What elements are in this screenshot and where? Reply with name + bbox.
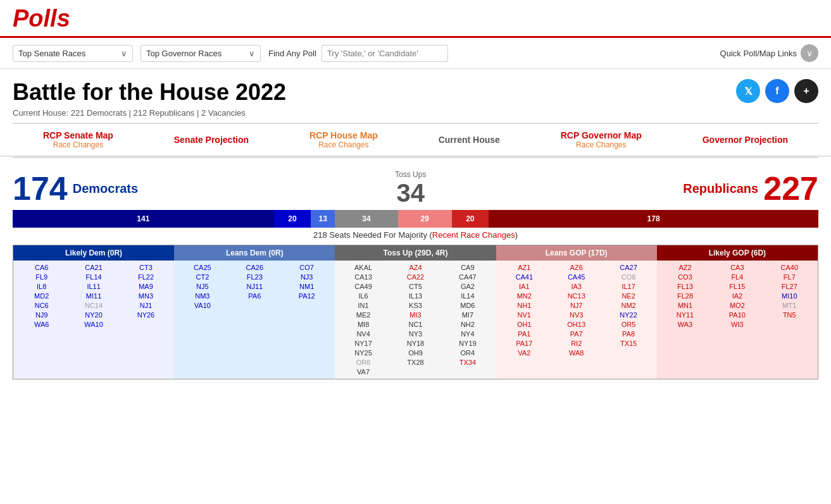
race-CT2[interactable]: CT2: [177, 273, 228, 281]
tab-current-house[interactable]: Current House: [439, 135, 500, 145]
race-IL14[interactable]: IL14: [442, 292, 493, 300]
race-NJ9[interactable]: NJ9: [16, 310, 67, 319]
race-NJ11[interactable]: NJ11: [229, 282, 280, 291]
race-MI10[interactable]: MI10: [764, 292, 815, 300]
race-OR5[interactable]: OR5: [603, 320, 654, 329]
race-OH9[interactable]: OH9: [390, 348, 441, 357]
race-FL22[interactable]: FL22: [120, 273, 172, 281]
race-PA10[interactable]: PA10: [711, 310, 763, 319]
race-MT1[interactable]: MT1: [764, 301, 815, 310]
race-VA2[interactable]: VA2: [499, 348, 550, 357]
race-IA2[interactable]: IA2: [711, 292, 763, 300]
race-FL4[interactable]: FL4: [711, 273, 763, 281]
race-MA9[interactable]: MA9: [120, 282, 172, 291]
race-CA21[interactable]: CA21: [68, 263, 119, 272]
race-NH2[interactable]: NH2: [442, 320, 493, 329]
recent-race-changes-link[interactable]: Recent Race Changes: [432, 230, 515, 240]
race-OR4[interactable]: OR4: [442, 348, 493, 357]
race-NC14[interactable]: NC14: [68, 301, 119, 310]
race-CA47[interactable]: CA47: [442, 273, 493, 281]
race-NJ7[interactable]: NJ7: [551, 301, 602, 310]
race-IA3[interactable]: IA3: [551, 282, 602, 291]
race-NJ1[interactable]: NJ1: [120, 301, 172, 310]
race-CT5[interactable]: CT5: [390, 282, 441, 291]
race-TX15[interactable]: TX15: [603, 339, 654, 348]
race-OH1[interactable]: OH1: [499, 320, 550, 329]
tab-rcp-governor-map[interactable]: RCP Governor Map Race Changes: [561, 130, 642, 149]
race-NY17[interactable]: NY17: [337, 339, 389, 348]
race-FL28[interactable]: FL28: [659, 292, 711, 300]
race-MD2[interactable]: MD2: [16, 292, 67, 300]
race-TN5[interactable]: TN5: [764, 310, 815, 319]
race-VA10[interactable]: VA10: [177, 301, 228, 310]
tab-rcp-house-map[interactable]: RCP House Map Race Changes: [309, 130, 378, 149]
race-CA49[interactable]: CA49: [337, 282, 389, 291]
race-NM2[interactable]: NM2: [603, 301, 654, 310]
race-NY25[interactable]: NY25: [337, 348, 389, 357]
race-CO7[interactable]: CO7: [281, 263, 332, 272]
race-NY11[interactable]: NY11: [659, 310, 711, 319]
race-WA8[interactable]: WA8: [551, 348, 602, 357]
race-CA40[interactable]: CA40: [764, 263, 815, 272]
race-VA7[interactable]: VA7: [337, 367, 389, 376]
race-IL17[interactable]: IL17: [603, 282, 654, 291]
race-TX28[interactable]: TX28: [390, 358, 441, 367]
race-IL8[interactable]: IL8: [16, 282, 67, 291]
race-IL13[interactable]: IL13: [390, 292, 441, 300]
race-FL14[interactable]: FL14: [68, 273, 119, 281]
race-FL15[interactable]: FL15: [711, 282, 763, 291]
race-CA26[interactable]: CA26: [229, 263, 280, 272]
race-PA1[interactable]: PA1: [499, 329, 550, 338]
race-CA41[interactable]: CA41: [499, 273, 550, 281]
race-AZ4[interactable]: AZ4: [390, 263, 441, 272]
race-AZ2[interactable]: AZ2: [659, 263, 711, 272]
race-FL27[interactable]: FL27: [764, 282, 815, 291]
race-FL7[interactable]: FL7: [764, 273, 815, 281]
race-MI3[interactable]: MI3: [390, 310, 441, 319]
race-NY4[interactable]: NY4: [442, 329, 493, 338]
race-GA2[interactable]: GA2: [442, 282, 493, 291]
race-PA6[interactable]: PA6: [229, 292, 280, 300]
tab-rcp-senate-map[interactable]: RCP Senate Map Race Changes: [43, 130, 113, 149]
race-NY22[interactable]: NY22: [603, 310, 654, 319]
race-CA25[interactable]: CA25: [177, 263, 228, 272]
race-NC13[interactable]: NC13: [551, 292, 602, 300]
race-CA6[interactable]: CA6: [16, 263, 67, 272]
race-IL11[interactable]: IL11: [68, 282, 119, 291]
race-PA8[interactable]: PA8: [603, 329, 654, 338]
race-NV4[interactable]: NV4: [337, 329, 389, 338]
race-NY19[interactable]: NY19: [442, 339, 493, 348]
race-NJ5[interactable]: NJ5: [177, 282, 228, 291]
race-IL6[interactable]: IL6: [337, 292, 389, 300]
race-IN1[interactable]: IN1: [337, 301, 389, 310]
race-CA22[interactable]: CA22: [390, 273, 441, 281]
race-PA7[interactable]: PA7: [551, 329, 602, 338]
tab-senate-projection[interactable]: Senate Projection: [174, 135, 249, 145]
race-KS3[interactable]: KS3: [390, 301, 441, 310]
race-NV1[interactable]: NV1: [499, 310, 550, 319]
race-MI11[interactable]: MI11: [68, 292, 119, 300]
race-CA3[interactable]: CA3: [711, 263, 763, 272]
race-AKAL[interactable]: AKAL: [337, 263, 389, 272]
race-MN1[interactable]: MN1: [659, 301, 711, 310]
race-MN3[interactable]: MN3: [120, 292, 172, 300]
race-NY26[interactable]: NY26: [120, 310, 172, 319]
race-CA27[interactable]: CA27: [603, 263, 654, 272]
twitter-icon[interactable]: 𝕏: [736, 79, 760, 103]
race-IA1[interactable]: IA1: [499, 282, 550, 291]
race-WA10[interactable]: WA10: [68, 320, 119, 329]
race-AZ1[interactable]: AZ1: [499, 263, 550, 272]
race-CA45[interactable]: CA45: [551, 273, 602, 281]
find-poll-input[interactable]: [322, 45, 448, 62]
quick-poll-button[interactable]: ∨: [801, 44, 818, 62]
race-NY20[interactable]: NY20: [68, 310, 119, 319]
race-OR6[interactable]: OR6: [337, 358, 389, 367]
race-TX34[interactable]: TX34: [442, 358, 493, 367]
race-WI3[interactable]: WI3: [711, 320, 763, 329]
race-NE2[interactable]: NE2: [603, 292, 654, 300]
race-NH1[interactable]: NH1: [499, 301, 550, 310]
race-PA17[interactable]: PA17: [499, 339, 550, 348]
race-CO3[interactable]: CO3: [659, 273, 711, 281]
race-MI8[interactable]: MI8: [337, 320, 389, 329]
race-MD6[interactable]: MD6: [442, 301, 493, 310]
